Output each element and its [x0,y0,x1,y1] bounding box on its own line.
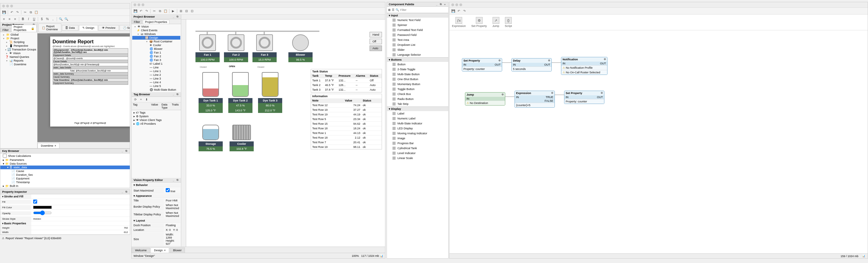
titlebar-policy-value[interactable]: When Not Maximized [164,211,180,218]
design-canvas[interactable]: Fan 1100.0 RPMFan 2100.0 RPMFan 315.0 RP… [181,14,385,246]
dock-value[interactable]: Floating [164,223,180,227]
fill-color-swatch[interactable] [33,206,52,209]
dye-tank-3[interactable]: Dye Tank 380.0 %212.0 °F [258,72,282,113]
jump-icon[interactable]: ↗Jump [493,17,499,28]
gear-icon[interactable]: ⚙ [501,93,504,96]
tree-node[interactable]: Scripting [13,40,25,44]
tree-node[interactable]: Client Events [141,29,157,32]
maximize-icon[interactable] [142,3,144,6]
kb-item-selected[interactable]: ▾ 🗄 static_data [0,166,130,169]
play-icon[interactable]: ▶ [171,9,176,13]
close-icon[interactable] [2,5,5,7]
copy-icon[interactable]: ⧉ [157,9,162,13]
tree-node[interactable]: Cooler [153,44,161,47]
palette-item[interactable]: Language Selector [387,52,448,57]
close-icon[interactable]: × [55,144,56,147]
col-header[interactable]: Data Type [160,102,170,110]
palette-filter[interactable] [400,8,447,11]
palette-item[interactable]: LED Display [387,126,448,131]
align-icon[interactable]: ⊡ [190,9,194,13]
currency-icon[interactable]: $ [39,17,44,22]
fx-icon[interactable]: ƒxExpression [452,17,466,28]
title-value[interactable]: Poor HMI [164,199,180,203]
copy-icon[interactable]: ⧉ [28,10,33,15]
list-icon[interactable]: ☰ [392,8,394,11]
col-header[interactable]: Traits [171,102,181,110]
col-header[interactable]: Value [150,102,160,110]
redo-icon[interactable]: ↷ [144,9,149,13]
tree-node[interactable]: Named Queries [9,55,29,59]
opacity-slider[interactable] [33,210,52,216]
auto-button[interactable]: Auto [370,45,382,51]
palette-item[interactable]: Level Indicator [387,151,448,156]
table-row[interactable]: Test Row 1998.11ok [311,145,382,150]
palette-item[interactable]: Tab Strip [387,101,448,106]
delay-node[interactable]: Delay⚙ INOUT 5 seconds [512,58,552,71]
palette-item[interactable]: Check Box [387,92,448,97]
fill-checkbox[interactable] [33,200,37,204]
tab-report-overview[interactable]: 📋Report Overview [38,24,61,32]
tree-node[interactable]: Fan 3 [154,59,161,62]
palette-category[interactable]: ▾ Buttons [387,57,448,62]
tree-node[interactable]: Perspective [13,44,28,47]
blower[interactable]: Blower 99.5 % [288,34,313,62]
table-row[interactable]: Test Row 1937.27ok [311,108,382,112]
import-icon[interactable]: ⬇ [144,97,149,102]
undo-icon[interactable]: ↶ [9,10,14,15]
minimize-icon[interactable] [6,5,9,7]
project-properties-tab[interactable]: Project Properties 🔒 [11,25,36,32]
table-row[interactable]: Test Row 1594.62ok [311,122,382,126]
maximize-icon[interactable] [459,3,462,6]
save-icon[interactable]: 💾 [133,9,138,13]
close-icon[interactable] [451,3,454,6]
zoom-in-icon[interactable]: 🔍 [58,17,63,22]
col-header[interactable]: Pressure [337,74,354,78]
save-icon[interactable]: 💾 [451,9,456,13]
kb-item[interactable]: 📄 Equipment [0,177,130,180]
palette-item[interactable]: Button [387,62,448,67]
kb-item[interactable]: ▾ 📁 Data Sources [0,162,130,166]
filter-tab[interactable]: Filter [132,20,142,24]
palette-item[interactable]: Formatted Text Field [387,28,448,32]
tab-data[interactable]: 🗄Data [62,25,79,31]
table-row[interactable]: Test Row 182.12ok [311,135,382,140]
dock-icon[interactable]: ⧉ [176,93,179,96]
table-row[interactable]: Test Row 523.34ok [311,117,382,122]
dock-icon[interactable]: ⧉ [176,178,179,182]
palette-item[interactable]: Slider [387,47,448,52]
palette-item[interactable]: Numeric Text Field [387,18,448,23]
palette-item[interactable]: Dropdown List [387,42,448,47]
palette-category[interactable]: ▾ Input [387,13,448,18]
grid-icon[interactable]: ⊞ [388,8,391,11]
design-tab[interactable]: Design × [151,248,169,253]
palette-item[interactable]: Text Area [387,37,448,42]
italic-icon[interactable]: I [26,17,31,22]
tree-node[interactable]: Fan 2 [154,55,161,58]
minimize-icon[interactable] [455,3,458,6]
table-row[interactable]: Test Row 144.13ok [311,131,382,135]
table-row[interactable]: Test Row 720.41ok [311,140,382,145]
fan-2[interactable]: Fan 2100.0 RPM [224,34,248,62]
close-icon[interactable] [133,3,136,6]
col-header[interactable]: Value [344,98,362,103]
kb-item[interactable]: 📄 Duration_Sec [0,173,130,177]
table-row[interactable]: Tank 137.8 °F132...--Off [311,78,382,83]
kb-item[interactable]: ▸ 📁 Parameters [0,158,130,162]
kb-item[interactable]: ▸ 📁 Built In [0,184,130,188]
tree-node[interactable]: Windows [144,32,156,36]
off-button[interactable]: Off [370,39,382,44]
table-row[interactable]: Tank 246.5 °F128...--Auto [311,83,382,88]
filter-tab[interactable]: Filter [0,28,11,32]
expression-node[interactable]: Expression⚙ INTRUE FALSE {counter}<5 [515,91,555,108]
col-header[interactable]: Note [311,98,344,103]
tree-node[interactable]: Root Container [154,40,173,43]
jump-node[interactable]: Jump⚙ IN ⚠ No Destination [465,92,505,105]
minimize-icon[interactable] [137,3,140,6]
tree-node[interactable]: Reports [13,59,24,62]
undo-icon[interactable]: ↶ [456,9,461,13]
border-policy-value[interactable]: When Not Maximized [164,203,180,210]
undo-icon[interactable]: ↶ [138,9,144,13]
welcome-tab[interactable]: Welcome [132,248,150,253]
minimize-icon[interactable]: _ [121,150,124,153]
report-canvas[interactable]: Downtime Report @Date@ - Events above @m… [37,33,130,142]
